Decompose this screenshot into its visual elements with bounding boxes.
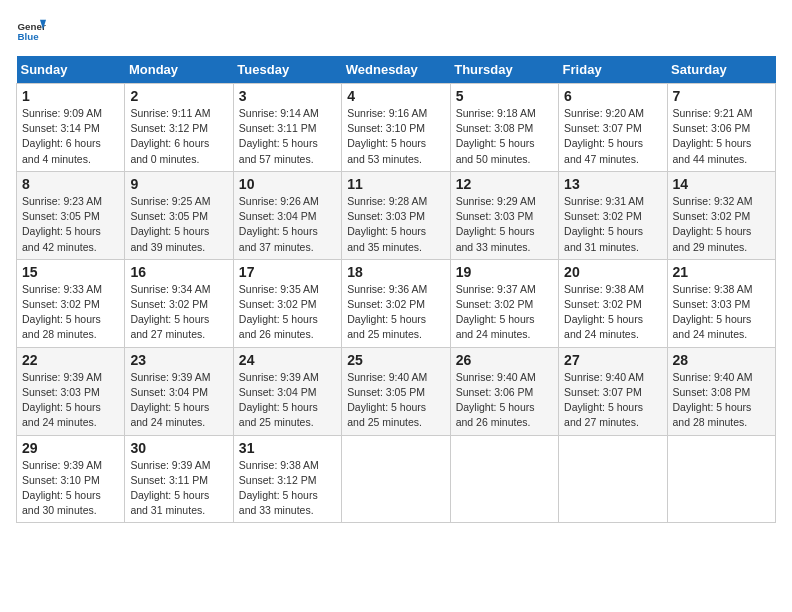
day-number: 21 [673, 264, 770, 280]
day-number: 25 [347, 352, 444, 368]
day-number: 9 [130, 176, 227, 192]
day-number: 4 [347, 88, 444, 104]
day-info: Sunrise: 9:25 AMSunset: 3:05 PMDaylight:… [130, 194, 227, 255]
calendar-day-cell: 25 Sunrise: 9:40 AMSunset: 3:05 PMDaylig… [342, 347, 450, 435]
weekday-header-row: SundayMondayTuesdayWednesdayThursdayFrid… [17, 56, 776, 84]
day-info: Sunrise: 9:29 AMSunset: 3:03 PMDaylight:… [456, 194, 553, 255]
header: General Blue [16, 16, 776, 46]
calendar-week-row: 8 Sunrise: 9:23 AMSunset: 3:05 PMDayligh… [17, 171, 776, 259]
calendar-day-cell: 29 Sunrise: 9:39 AMSunset: 3:10 PMDaylig… [17, 435, 125, 523]
calendar-day-cell: 23 Sunrise: 9:39 AMSunset: 3:04 PMDaylig… [125, 347, 233, 435]
calendar-week-row: 22 Sunrise: 9:39 AMSunset: 3:03 PMDaylig… [17, 347, 776, 435]
day-number: 19 [456, 264, 553, 280]
day-info: Sunrise: 9:34 AMSunset: 3:02 PMDaylight:… [130, 282, 227, 343]
day-number: 1 [22, 88, 119, 104]
day-number: 2 [130, 88, 227, 104]
weekday-header: Monday [125, 56, 233, 84]
calendar-day-cell: 22 Sunrise: 9:39 AMSunset: 3:03 PMDaylig… [17, 347, 125, 435]
day-number: 6 [564, 88, 661, 104]
calendar-day-cell: 18 Sunrise: 9:36 AMSunset: 3:02 PMDaylig… [342, 259, 450, 347]
day-number: 8 [22, 176, 119, 192]
day-info: Sunrise: 9:11 AMSunset: 3:12 PMDaylight:… [130, 106, 227, 167]
day-info: Sunrise: 9:20 AMSunset: 3:07 PMDaylight:… [564, 106, 661, 167]
calendar-day-cell: 13 Sunrise: 9:31 AMSunset: 3:02 PMDaylig… [559, 171, 667, 259]
day-info: Sunrise: 9:23 AMSunset: 3:05 PMDaylight:… [22, 194, 119, 255]
day-number: 29 [22, 440, 119, 456]
day-info: Sunrise: 9:35 AMSunset: 3:02 PMDaylight:… [239, 282, 336, 343]
calendar-day-cell [559, 435, 667, 523]
calendar-day-cell: 26 Sunrise: 9:40 AMSunset: 3:06 PMDaylig… [450, 347, 558, 435]
day-number: 24 [239, 352, 336, 368]
day-info: Sunrise: 9:21 AMSunset: 3:06 PMDaylight:… [673, 106, 770, 167]
calendar-day-cell: 17 Sunrise: 9:35 AMSunset: 3:02 PMDaylig… [233, 259, 341, 347]
day-number: 12 [456, 176, 553, 192]
day-number: 14 [673, 176, 770, 192]
day-number: 7 [673, 88, 770, 104]
day-info: Sunrise: 9:40 AMSunset: 3:07 PMDaylight:… [564, 370, 661, 431]
calendar-week-row: 29 Sunrise: 9:39 AMSunset: 3:10 PMDaylig… [17, 435, 776, 523]
day-info: Sunrise: 9:39 AMSunset: 3:04 PMDaylight:… [130, 370, 227, 431]
calendar-day-cell: 10 Sunrise: 9:26 AMSunset: 3:04 PMDaylig… [233, 171, 341, 259]
calendar-day-cell: 14 Sunrise: 9:32 AMSunset: 3:02 PMDaylig… [667, 171, 775, 259]
day-info: Sunrise: 9:32 AMSunset: 3:02 PMDaylight:… [673, 194, 770, 255]
day-info: Sunrise: 9:40 AMSunset: 3:06 PMDaylight:… [456, 370, 553, 431]
calendar-day-cell: 24 Sunrise: 9:39 AMSunset: 3:04 PMDaylig… [233, 347, 341, 435]
calendar-day-cell [450, 435, 558, 523]
day-info: Sunrise: 9:09 AMSunset: 3:14 PMDaylight:… [22, 106, 119, 167]
day-number: 28 [673, 352, 770, 368]
calendar-day-cell: 16 Sunrise: 9:34 AMSunset: 3:02 PMDaylig… [125, 259, 233, 347]
calendar-day-cell: 21 Sunrise: 9:38 AMSunset: 3:03 PMDaylig… [667, 259, 775, 347]
day-info: Sunrise: 9:26 AMSunset: 3:04 PMDaylight:… [239, 194, 336, 255]
weekday-header: Friday [559, 56, 667, 84]
day-info: Sunrise: 9:16 AMSunset: 3:10 PMDaylight:… [347, 106, 444, 167]
day-number: 16 [130, 264, 227, 280]
calendar-day-cell: 11 Sunrise: 9:28 AMSunset: 3:03 PMDaylig… [342, 171, 450, 259]
day-number: 22 [22, 352, 119, 368]
day-number: 13 [564, 176, 661, 192]
weekday-header: Thursday [450, 56, 558, 84]
day-info: Sunrise: 9:37 AMSunset: 3:02 PMDaylight:… [456, 282, 553, 343]
calendar-day-cell: 19 Sunrise: 9:37 AMSunset: 3:02 PMDaylig… [450, 259, 558, 347]
svg-text:Blue: Blue [18, 31, 40, 42]
day-number: 31 [239, 440, 336, 456]
calendar-day-cell: 31 Sunrise: 9:38 AMSunset: 3:12 PMDaylig… [233, 435, 341, 523]
calendar-day-cell: 9 Sunrise: 9:25 AMSunset: 3:05 PMDayligh… [125, 171, 233, 259]
day-info: Sunrise: 9:31 AMSunset: 3:02 PMDaylight:… [564, 194, 661, 255]
day-number: 26 [456, 352, 553, 368]
day-number: 27 [564, 352, 661, 368]
day-number: 18 [347, 264, 444, 280]
day-info: Sunrise: 9:39 AMSunset: 3:03 PMDaylight:… [22, 370, 119, 431]
calendar-table: SundayMondayTuesdayWednesdayThursdayFrid… [16, 56, 776, 523]
day-info: Sunrise: 9:38 AMSunset: 3:12 PMDaylight:… [239, 458, 336, 519]
day-info: Sunrise: 9:33 AMSunset: 3:02 PMDaylight:… [22, 282, 119, 343]
weekday-header: Tuesday [233, 56, 341, 84]
day-info: Sunrise: 9:36 AMSunset: 3:02 PMDaylight:… [347, 282, 444, 343]
calendar-day-cell: 30 Sunrise: 9:39 AMSunset: 3:11 PMDaylig… [125, 435, 233, 523]
logo-icon: General Blue [16, 16, 46, 46]
day-info: Sunrise: 9:28 AMSunset: 3:03 PMDaylight:… [347, 194, 444, 255]
calendar-day-cell: 4 Sunrise: 9:16 AMSunset: 3:10 PMDayligh… [342, 84, 450, 172]
calendar-day-cell: 15 Sunrise: 9:33 AMSunset: 3:02 PMDaylig… [17, 259, 125, 347]
day-number: 30 [130, 440, 227, 456]
calendar-day-cell [342, 435, 450, 523]
calendar-day-cell: 1 Sunrise: 9:09 AMSunset: 3:14 PMDayligh… [17, 84, 125, 172]
day-info: Sunrise: 9:39 AMSunset: 3:11 PMDaylight:… [130, 458, 227, 519]
day-info: Sunrise: 9:18 AMSunset: 3:08 PMDaylight:… [456, 106, 553, 167]
calendar-day-cell: 3 Sunrise: 9:14 AMSunset: 3:11 PMDayligh… [233, 84, 341, 172]
day-info: Sunrise: 9:40 AMSunset: 3:08 PMDaylight:… [673, 370, 770, 431]
day-info: Sunrise: 9:38 AMSunset: 3:02 PMDaylight:… [564, 282, 661, 343]
day-info: Sunrise: 9:39 AMSunset: 3:10 PMDaylight:… [22, 458, 119, 519]
day-number: 17 [239, 264, 336, 280]
day-number: 3 [239, 88, 336, 104]
weekday-header: Saturday [667, 56, 775, 84]
day-number: 11 [347, 176, 444, 192]
calendar-day-cell: 27 Sunrise: 9:40 AMSunset: 3:07 PMDaylig… [559, 347, 667, 435]
day-info: Sunrise: 9:39 AMSunset: 3:04 PMDaylight:… [239, 370, 336, 431]
weekday-header: Wednesday [342, 56, 450, 84]
calendar-day-cell: 20 Sunrise: 9:38 AMSunset: 3:02 PMDaylig… [559, 259, 667, 347]
day-number: 5 [456, 88, 553, 104]
calendar-day-cell [667, 435, 775, 523]
calendar-day-cell: 8 Sunrise: 9:23 AMSunset: 3:05 PMDayligh… [17, 171, 125, 259]
weekday-header: Sunday [17, 56, 125, 84]
calendar-day-cell: 2 Sunrise: 9:11 AMSunset: 3:12 PMDayligh… [125, 84, 233, 172]
